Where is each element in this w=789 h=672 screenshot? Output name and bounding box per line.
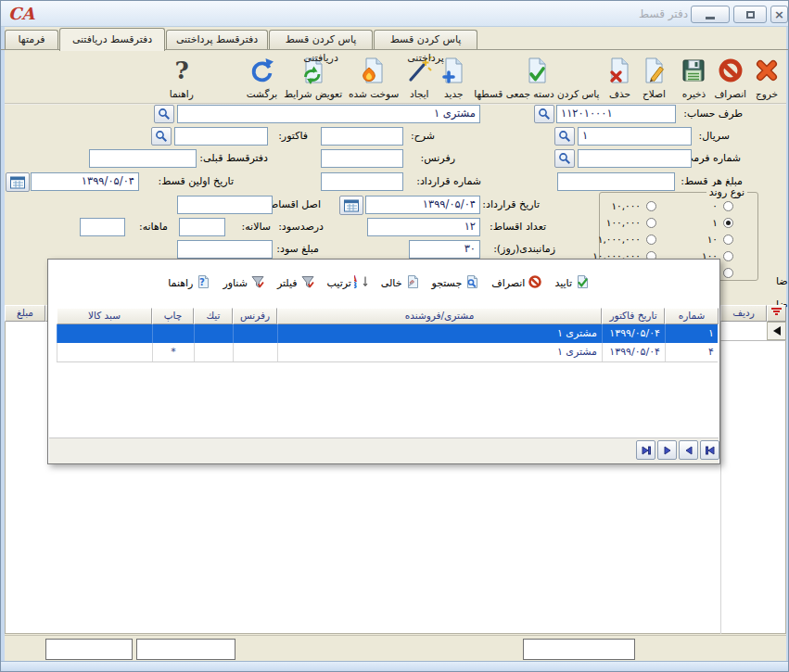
main-grid-row-header[interactable]: ردیف <box>720 305 767 322</box>
row2-invoice-date[interactable]: ۱۳۹۹/۰۵/۰۴ <box>602 343 665 361</box>
first-installment-date-calendar-button[interactable] <box>6 172 30 192</box>
row2-basket[interactable] <box>57 343 152 361</box>
account-search-button[interactable] <box>534 105 554 123</box>
edit-label: اصلاح <box>643 88 666 99</box>
contract-no-field[interactable] <box>321 172 403 191</box>
round-10-radio[interactable] <box>723 235 733 245</box>
round-type-title: نوع روند <box>706 186 747 198</box>
bottom-summary-box-1[interactable] <box>45 639 133 660</box>
batch-pass-button[interactable]: پاس کردن دسته جمعی قسطها <box>472 56 601 100</box>
exit-label: خروج <box>756 88 778 99</box>
serial-search-button[interactable] <box>554 127 575 146</box>
dialog-cancel-button[interactable]: انصراف <box>491 274 542 292</box>
dialog-float-button[interactable]: شناور <box>223 274 265 292</box>
delete-button[interactable]: حذف <box>604 56 635 100</box>
description-field[interactable] <box>321 127 403 146</box>
burned-button[interactable]: سوخت شده <box>347 56 401 100</box>
help-button[interactable]: ? راهنما <box>166 56 197 100</box>
main-grid-row-selector[interactable] <box>767 322 786 340</box>
account-code-field[interactable]: ۱۱۲۰۱۰۰۰۱ <box>556 105 676 123</box>
row2-customer[interactable]: مشتری ۱ <box>277 343 602 361</box>
account-name-field[interactable]: مشتری ۱ <box>177 105 480 123</box>
prev-book-field[interactable] <box>89 149 197 168</box>
annual-field[interactable] <box>179 218 225 236</box>
principal-field[interactable] <box>177 196 273 214</box>
row1-invoice-no[interactable]: ۱ <box>665 324 719 343</box>
tab-pass-receivable[interactable]: پاس کردن قسط دریافتنی <box>269 30 373 49</box>
col-print[interactable]: چاپ <box>152 308 194 324</box>
contract-date-calendar-button[interactable] <box>339 196 363 215</box>
dialog-filter-button[interactable]: فیلتر <box>277 274 315 292</box>
col-reference[interactable]: رفرنس <box>233 308 277 324</box>
round-100k-label: ۱۰۰,۰۰۰ <box>606 217 641 228</box>
serial-field[interactable]: ۱ <box>578 127 692 146</box>
cancel-button[interactable]: انصراف <box>712 56 748 100</box>
row2-tick[interactable] <box>194 343 233 361</box>
installments-count-field[interactable]: ۱۲ <box>367 218 480 236</box>
round-0-radio[interactable] <box>723 201 733 211</box>
tab-receivable-book[interactable]: دفترقسط دریافتنی <box>59 28 165 51</box>
nav-first-button[interactable] <box>700 440 719 460</box>
round-1-radio[interactable] <box>723 218 733 228</box>
edit-button[interactable]: اصلاح <box>638 56 669 100</box>
first-installment-date-field[interactable]: ۱۳۹۹/۰۵/۰۴ <box>31 172 139 191</box>
contract-date-field[interactable]: ۱۳۹۹/۰۵/۰۴ <box>365 196 480 214</box>
reference-field[interactable] <box>321 149 403 168</box>
format-no-field[interactable] <box>578 149 692 168</box>
col-basket[interactable]: سبد کالا <box>57 308 152 324</box>
dialog-help-button[interactable]: ? راهنما <box>168 274 210 292</box>
invoice-search-button[interactable] <box>151 127 172 146</box>
row1-basket[interactable] <box>57 324 152 343</box>
dialog-search-label: جستجو <box>432 277 463 289</box>
tab-payable-book[interactable]: دفترقسط پرداختنی <box>166 30 268 49</box>
round-extra-radio[interactable] <box>723 268 733 278</box>
dialog-search-button[interactable]: جستجو <box>432 274 480 292</box>
invoice-field[interactable] <box>174 127 268 146</box>
dialog-sort-button[interactable]: AB ترتیب <box>327 274 369 292</box>
minimize-button[interactable] <box>691 6 730 23</box>
dialog-confirm-button[interactable]: تایید <box>554 274 590 292</box>
row2-invoice-no[interactable]: ۴ <box>665 343 719 361</box>
tab-formats[interactable]: فرمتها <box>5 30 58 49</box>
row1-invoice-date[interactable]: ۱۳۹۹/۰۵/۰۴ <box>602 324 665 343</box>
close-button[interactable]: × <box>770 6 788 23</box>
account-name-search-button[interactable] <box>154 105 174 123</box>
monthly-field[interactable] <box>80 218 125 236</box>
nav-next-icon <box>662 445 673 456</box>
nav-next-button[interactable] <box>657 440 677 460</box>
bottom-summary-box-3[interactable] <box>523 639 635 660</box>
interest-amount-field[interactable] <box>177 240 273 259</box>
format-no-search-button[interactable] <box>554 149 575 168</box>
row2-reference[interactable] <box>233 343 277 361</box>
nav-last-button[interactable] <box>636 440 655 460</box>
row1-customer[interactable]: مشتری ۱ <box>277 324 602 343</box>
delete-label: حذف <box>609 88 630 99</box>
close-icon: × <box>774 8 784 20</box>
maximize-button[interactable] <box>733 6 767 23</box>
dialog-empty-button[interactable]: خالی <box>381 274 420 292</box>
nav-prev-button[interactable] <box>679 440 698 460</box>
col-invoice-date[interactable]: تاریخ فاکتور <box>602 308 665 324</box>
main-grid-filter-cell[interactable] <box>767 305 786 322</box>
round-100k-radio[interactable] <box>646 218 656 228</box>
round-100-radio[interactable] <box>723 251 733 261</box>
main-grid-amount-header[interactable]: مبلغ <box>5 305 45 322</box>
installment-amount-field[interactable] <box>557 172 675 191</box>
exit-button[interactable]: خروج <box>751 56 783 100</box>
bottom-summary-box-2[interactable] <box>136 639 235 660</box>
col-customer[interactable]: مشتری/فروشنده <box>277 308 602 324</box>
round-10k-radio[interactable] <box>646 201 656 211</box>
window-title: دفتر قسط <box>639 7 688 20</box>
col-invoice-no[interactable]: شماره فاکتور <box>665 308 719 324</box>
round-1m-radio[interactable] <box>646 235 656 245</box>
row1-reference[interactable] <box>233 324 277 343</box>
col-tick[interactable]: تیك <box>194 308 233 324</box>
row2-print[interactable]: * <box>152 343 194 361</box>
row1-tick[interactable] <box>194 324 233 343</box>
cancel-icon <box>528 274 542 292</box>
return-button[interactable]: برگشت <box>245 56 279 100</box>
save-button[interactable]: ذخیره <box>678 56 709 100</box>
schedule-field[interactable]: ۳۰ <box>409 240 480 259</box>
tab-pass-payable[interactable]: پاس کردن قسط پرداختنی <box>374 30 477 49</box>
row1-print[interactable] <box>152 324 194 343</box>
